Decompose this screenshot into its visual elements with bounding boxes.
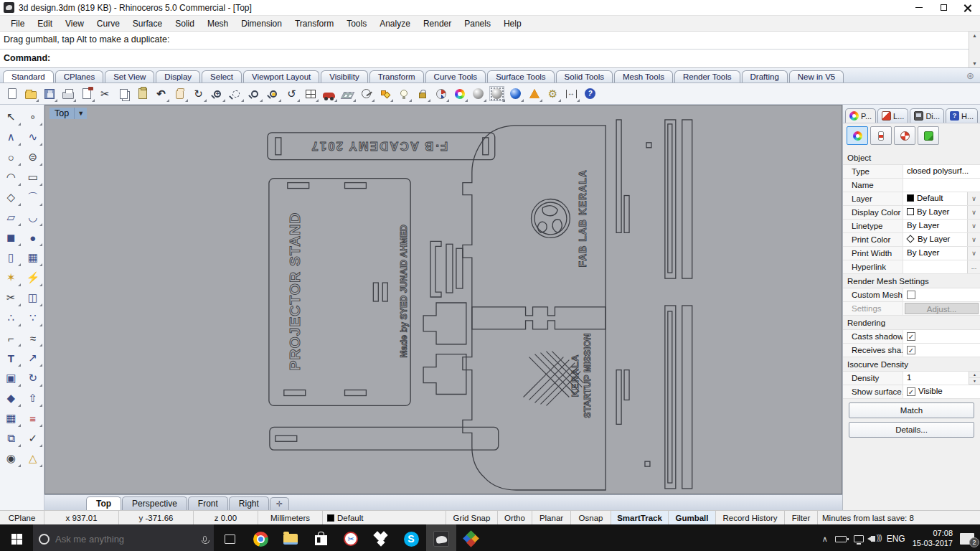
density-spinner[interactable]: ▲▼ — [969, 372, 980, 385]
visible-checkbox[interactable]: ✓ — [907, 387, 915, 396]
split-tool[interactable]: ◫ — [22, 288, 44, 308]
render-sphere-button[interactable] — [469, 85, 487, 103]
cut-button[interactable]: ✂ — [96, 85, 114, 103]
paste-special-button[interactable] — [77, 85, 95, 103]
ellipse-tool[interactable]: ⊜ — [22, 147, 44, 167]
surface-grid-tool[interactable]: ▦ — [22, 248, 44, 268]
menu-surface[interactable]: Surface — [126, 17, 169, 31]
box-tool[interactable]: ◼ — [0, 227, 22, 248]
minimize-button[interactable] — [907, 0, 931, 16]
viewport-title-dropdown[interactable]: ▼ — [74, 108, 87, 119]
toolbar-tab-new-in-v5[interactable]: New in V5 — [789, 70, 844, 83]
layer-value[interactable]: Default — [903, 192, 967, 205]
boolean-tool[interactable]: ◉ — [0, 448, 22, 468]
menu-render[interactable]: Render — [417, 17, 458, 31]
taskbar-search[interactable] — [33, 524, 214, 551]
menu-curve[interactable]: Curve — [90, 17, 126, 31]
match-button[interactable]: Match — [849, 402, 974, 418]
tray-clock[interactable]: 07:08 15-03-2017 — [913, 529, 953, 549]
print-button[interactable] — [59, 85, 77, 103]
hyperlink-browse-button[interactable]: ... — [967, 260, 980, 273]
zoom-extents-button[interactable] — [245, 85, 263, 103]
text-tool[interactable]: T — [0, 348, 22, 368]
command-history[interactable]: Drag gumball, tap Alt to make a duplicat… — [0, 32, 980, 50]
taskbar-search-input[interactable] — [55, 534, 197, 545]
linetype-value[interactable]: By Layer — [903, 220, 967, 232]
details-button[interactable]: Details... — [849, 422, 974, 438]
extrude-tool[interactable]: ⇧ — [22, 388, 44, 408]
rectangle-tool[interactable]: ▭ — [22, 167, 44, 187]
curved-surface-tool[interactable]: ◡ — [22, 207, 44, 227]
scroll-down-icon[interactable]: ▼ — [972, 60, 977, 67]
density-input[interactable]: 1 — [903, 372, 969, 385]
toggle-osnap[interactable]: Osnap — [571, 511, 611, 524]
array-linear-tool[interactable]: ≡ — [22, 408, 44, 428]
zoom-selected-button[interactable] — [264, 85, 282, 103]
scale-tool[interactable]: ↗ — [22, 348, 44, 368]
battery-icon[interactable] — [835, 536, 847, 542]
toggle-filter[interactable]: Filter — [785, 511, 818, 524]
print-color-value[interactable]: By Layer — [903, 233, 967, 246]
task-view-button[interactable] — [214, 524, 245, 551]
arc-tool[interactable]: ◠ — [0, 167, 22, 187]
casts-shadows-checkbox[interactable]: ✓ — [907, 332, 915, 341]
menu-mesh[interactable]: Mesh — [201, 17, 235, 31]
tab-properties[interactable]: P... — [845, 108, 876, 123]
lock-button[interactable] — [413, 85, 431, 103]
options-button[interactable]: ⚙ — [544, 85, 562, 103]
scroll-up-icon[interactable]: ▲ — [972, 32, 977, 39]
viewport-layout-button[interactable] — [301, 85, 319, 103]
tab-help[interactable]: ?H... — [946, 108, 978, 123]
select-points-button[interactable] — [376, 85, 394, 103]
taskbar-app-snipping[interactable]: ✂ — [336, 524, 366, 551]
undo-button[interactable]: ↶ — [152, 85, 170, 103]
toolbar-tab-viewport-layout[interactable]: Viewport Layout — [243, 70, 319, 83]
network-icon[interactable] — [854, 535, 864, 542]
toolbar-tab-render-tools[interactable]: Render Tools — [674, 70, 740, 83]
viewport-top[interactable]: Top ▼ — [44, 105, 842, 494]
dimension-button[interactable] — [562, 85, 580, 103]
menu-analyze[interactable]: Analyze — [373, 17, 417, 31]
spinner-down-icon[interactable]: ▼ — [969, 378, 980, 385]
point-tool[interactable]: ∘ — [22, 107, 44, 127]
receives-shadows-checkbox[interactable]: ✓ — [907, 346, 915, 354]
texture-mapping-button[interactable] — [894, 126, 915, 145]
taskbar-app-chrome[interactable] — [245, 524, 275, 551]
microphone-icon[interactable] — [203, 536, 207, 542]
revolve-tool[interactable]: ▯ — [0, 248, 22, 268]
spark-tool[interactable]: ⚡ — [22, 268, 44, 288]
toolbar-tab-standard[interactable]: Standard — [3, 70, 54, 83]
taskbar-app-explorer[interactable] — [275, 524, 306, 551]
object-properties-button[interactable] — [847, 126, 868, 145]
menu-help[interactable]: Help — [497, 17, 528, 31]
print-width-dropdown[interactable]: ∨ — [967, 247, 980, 260]
circle-tool[interactable]: ○ — [0, 147, 22, 167]
hyperlink-input[interactable] — [903, 260, 967, 273]
blend-curve-tool[interactable]: ⌒ — [22, 187, 44, 207]
select-arrow-tool[interactable]: ↖ — [0, 107, 22, 127]
display-color-value[interactable]: By Layer — [903, 206, 967, 219]
move-button[interactable] — [320, 85, 338, 103]
menu-file[interactable]: File — [4, 17, 31, 31]
taskbar-app-lasercut[interactable] — [456, 524, 486, 551]
action-center-button[interactable]: 2 — [960, 533, 974, 545]
menu-edit[interactable]: Edit — [31, 17, 59, 31]
toolbar-tab-select[interactable]: Select — [202, 70, 242, 83]
help-button[interactable]: ? — [581, 85, 599, 103]
menu-tools[interactable]: Tools — [340, 17, 373, 31]
surface-points-tool[interactable]: ▱ — [0, 207, 22, 227]
viewport-tab-right[interactable]: Right — [229, 496, 269, 510]
menu-panels[interactable]: Panels — [458, 17, 497, 31]
cone-button[interactable] — [525, 85, 543, 103]
polyline-tool[interactable]: ∧ — [0, 127, 22, 147]
status-layer[interactable]: Default — [323, 511, 446, 524]
toolbar-gear-icon[interactable]: ⊛ — [963, 70, 977, 83]
polygon-tool[interactable]: ◇ — [0, 187, 22, 207]
array-rect-tool[interactable]: ▦ — [0, 408, 22, 428]
open-file-button[interactable] — [22, 85, 39, 103]
taskbar-app-skype[interactable]: S — [396, 524, 426, 551]
pan-button[interactable] — [171, 85, 189, 103]
spinner-up-icon[interactable]: ▲ — [969, 372, 980, 378]
explode-tool[interactable]: ✶ — [0, 268, 22, 288]
custom-mesh-checkbox[interactable] — [907, 291, 915, 299]
